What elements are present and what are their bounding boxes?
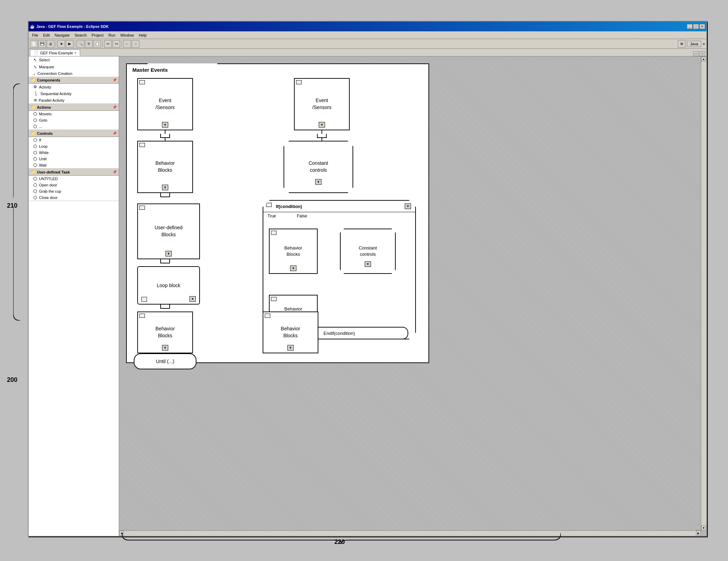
- behavior-blocks-4-label: BehaviorBlocks: [281, 325, 300, 339]
- sidebar-item-moveto[interactable]: Moveto: [29, 111, 119, 117]
- tab-close-icon[interactable]: ×: [75, 51, 76, 55]
- menu-window[interactable]: Window: [118, 32, 136, 38]
- behavior-blocks-4-block[interactable]: BehaviorBlocks ▼: [263, 312, 318, 353]
- toolbar-sep-1: [56, 40, 56, 47]
- toolbar-perspective[interactable]: ⊞: [678, 40, 686, 48]
- close-button[interactable]: ✕: [699, 24, 705, 29]
- loop-label: Loop: [39, 144, 47, 148]
- sidebar-item-goto[interactable]: Goto: [29, 117, 119, 123]
- main-area: ↖ Select ⤡ Marquee ↓ Connection Creation…: [29, 56, 706, 536]
- view-restore[interactable]: □: [699, 51, 705, 56]
- until-block[interactable]: Until (...): [134, 353, 196, 369]
- view-minimize[interactable]: —: [693, 51, 699, 56]
- toolbar-nav-back[interactable]: ←: [123, 40, 131, 48]
- event-sensors-1-dropdown[interactable]: ▼: [162, 122, 168, 128]
- sidebar-item-opendoor[interactable]: Open door: [29, 182, 119, 188]
- if-dropdown[interactable]: ▼: [405, 203, 411, 209]
- bb5-dropdown[interactable]: ▼: [162, 345, 168, 351]
- toolbar-sep-3: [102, 40, 103, 47]
- udb-dropdown[interactable]: ▼: [165, 251, 172, 256]
- toolbar-redo[interactable]: ↪: [113, 40, 120, 48]
- sidebar-item-marquee[interactable]: ⤡ Marquee: [29, 63, 119, 70]
- sidebar-header-controls[interactable]: 📁 Controls 📌: [29, 130, 119, 137]
- more-button[interactable]: »: [703, 41, 705, 46]
- menu-help[interactable]: Help: [137, 32, 149, 38]
- user-defined-blocks-block[interactable]: User-definedBlocks ▼: [137, 203, 200, 259]
- toolbar-nav-forward[interactable]: →: [132, 40, 139, 48]
- user-defined-label: User-definedBlocks: [155, 224, 183, 238]
- sidebar-item-ellipsis[interactable]: ...: [29, 123, 119, 130]
- sidebar-header-actions[interactable]: 📁 Actions 📌: [29, 104, 119, 111]
- actions-header-label: Actions: [37, 105, 51, 109]
- toolbar-search[interactable]: 🔍: [77, 40, 84, 48]
- event-sensors-2-block[interactable]: Event/Sensors ▼: [294, 78, 350, 130]
- sidebar-item-sequential[interactable]: 🚶 Sequential Activity: [29, 90, 119, 97]
- window-title: Java - GEF Flow Example - Eclipse SDK: [36, 24, 109, 29]
- bb-if-true-label: BehaviorBlocks: [284, 245, 302, 258]
- menu-run[interactable]: Run: [106, 32, 117, 38]
- folder-icon: 📁: [31, 78, 36, 82]
- menu-navigate[interactable]: Navigate: [53, 32, 72, 38]
- sidebar-item-grabcup[interactable]: Grab the cup: [29, 188, 119, 194]
- tab-gef-flow[interactable]: 📄 GEF Flow Example ×: [30, 49, 80, 56]
- cc-if-false-dropdown[interactable]: ▼: [365, 261, 371, 267]
- sidebar-item-wait[interactable]: Wait: [29, 162, 119, 168]
- sidebar-item-select[interactable]: ↖ Select: [29, 56, 119, 63]
- bb4-dropdown[interactable]: ▼: [287, 345, 294, 351]
- toolbar-right: ⊞ Java »: [678, 40, 705, 48]
- constant-controls-if-false[interactable]: Constantcontrols ▼: [340, 229, 396, 274]
- sidebar-item-loop[interactable]: Loop: [29, 143, 119, 149]
- toolbar-print[interactable]: 🖨: [47, 40, 54, 48]
- scrollbar-right[interactable]: ▲ ▼: [701, 56, 706, 530]
- toolbar-debug[interactable]: ★: [57, 40, 65, 48]
- menu-edit[interactable]: Edit: [41, 32, 52, 38]
- event-sensors-2-label: Event/Sensors: [312, 97, 331, 111]
- scrollbar-bottom[interactable]: ◀ ▶: [119, 530, 701, 536]
- scroll-left-btn[interactable]: ◀: [119, 531, 124, 536]
- sidebar-item-until[interactable]: Until: [29, 156, 119, 162]
- behavior-blocks-5-block[interactable]: BehaviorBlocks ▼: [137, 312, 193, 353]
- toolbar-paste[interactable]: 📋: [93, 40, 101, 48]
- cc1-dropdown[interactable]: ▼: [315, 179, 322, 185]
- sidebar-header-components[interactable]: 📁 Components 📌: [29, 77, 119, 84]
- event-sensors-2-dropdown[interactable]: ▼: [319, 122, 325, 128]
- controls-pin-icon: 📌: [113, 131, 117, 135]
- behavior-blocks-if-true[interactable]: BehaviorBlocks ▼: [269, 229, 318, 274]
- toolbar-run[interactable]: ▶: [66, 40, 73, 48]
- label-210: 210: [7, 202, 17, 209]
- sidebar-item-activity[interactable]: ⚙ Activity: [29, 84, 119, 90]
- loop-dropdown[interactable]: ▼: [189, 296, 196, 302]
- scroll-right-btn[interactable]: ▶: [696, 531, 701, 536]
- toolbar-undo[interactable]: ↩: [104, 40, 112, 48]
- behavior-blocks-1-block[interactable]: BehaviorBlocks ▼: [137, 141, 193, 193]
- activity-label: Activity: [39, 85, 51, 89]
- scroll-down-btn[interactable]: ▼: [701, 525, 706, 530]
- sidebar-item-parallel[interactable]: ⇉ Parallel Activity: [29, 97, 119, 103]
- sidebar-item-connection[interactable]: ↓ Connection Creation: [29, 70, 119, 77]
- scroll-up-btn[interactable]: ▲: [701, 56, 706, 61]
- toolbar-new[interactable]: 📄: [30, 40, 38, 48]
- sidebar-header-userdefined[interactable]: 📁 User-defined Task 📌: [29, 169, 119, 176]
- toolbar-save[interactable]: 💾: [38, 40, 46, 48]
- parallel-label: Parallel Activity: [39, 98, 64, 102]
- constant-controls-1-block[interactable]: Constantcontrols ▼: [284, 141, 353, 193]
- bb5-mini: [139, 314, 145, 318]
- event-sensors-1-block[interactable]: Event/Sensors ▼: [137, 78, 193, 130]
- sidebar-item-untitled[interactable]: UNTITLED: [29, 176, 119, 182]
- menu-file[interactable]: File: [30, 32, 40, 38]
- java-perspective-button[interactable]: Java: [687, 41, 701, 47]
- sidebar-item-while[interactable]: While: [29, 149, 119, 156]
- menu-search[interactable]: Search: [72, 32, 89, 38]
- minimize-button[interactable]: _: [687, 24, 692, 29]
- bb-if-true-dropdown[interactable]: ▼: [290, 266, 296, 271]
- bb1-dropdown[interactable]: ▼: [162, 185, 168, 190]
- toolbar-copy[interactable]: ⎘: [85, 40, 93, 48]
- false-label: False: [297, 214, 307, 218]
- menu-project[interactable]: Project: [90, 32, 106, 38]
- sidebar-item-closedoor[interactable]: Close door: [29, 194, 119, 201]
- until-label: Until (...): [156, 359, 175, 364]
- sidebar-item-if[interactable]: If: [29, 137, 119, 143]
- title-bar: ☕ Java - GEF Flow Example - Eclipse SDK …: [29, 22, 706, 31]
- maximize-button[interactable]: □: [693, 24, 699, 29]
- loop-block[interactable]: Loop block ▼: [137, 266, 200, 305]
